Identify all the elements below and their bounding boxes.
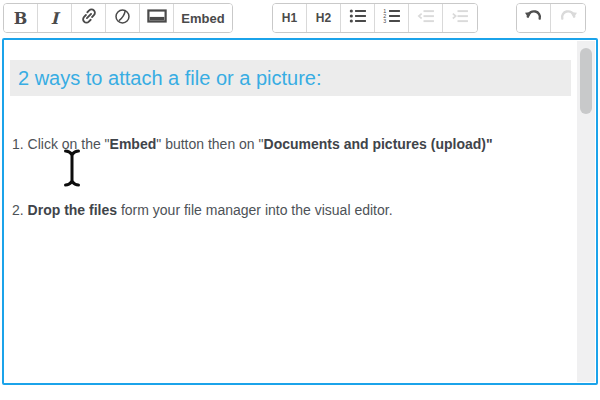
heading1-button[interactable]: H1 bbox=[273, 4, 307, 32]
bold-button[interactable]: B bbox=[4, 4, 38, 32]
indent-icon bbox=[450, 6, 470, 30]
italic-icon: I bbox=[51, 9, 58, 28]
step-1-bold-embed: Embed bbox=[110, 136, 157, 152]
embed-button[interactable]: Embed bbox=[174, 4, 232, 32]
history-button-group bbox=[516, 3, 586, 33]
image-icon bbox=[146, 5, 168, 31]
step-1-pre: 1. Click on the " bbox=[12, 136, 110, 152]
image-button[interactable] bbox=[140, 4, 174, 32]
step-1-bold-docs: Documents and pictures (upload)" bbox=[264, 136, 493, 152]
italic-button[interactable]: I bbox=[38, 4, 72, 32]
step-2-text: 2. Drop the files form your file manager… bbox=[12, 201, 393, 219]
bullet-list-icon bbox=[348, 6, 368, 30]
scrollbar-thumb[interactable] bbox=[580, 48, 592, 114]
link-icon bbox=[79, 6, 99, 30]
step-2-pre: 2. bbox=[12, 202, 28, 218]
bold-icon: B bbox=[14, 9, 28, 28]
circle-slash-button[interactable] bbox=[106, 4, 140, 32]
redo-icon bbox=[557, 5, 579, 31]
heading2-button[interactable]: H2 bbox=[307, 4, 341, 32]
circle-slash-icon bbox=[113, 7, 132, 30]
block-button-group: H1 H2 1 2 3 bbox=[272, 3, 478, 33]
undo-button[interactable] bbox=[517, 4, 551, 32]
text-cursor-icon bbox=[62, 148, 82, 188]
rich-text-editor-app: { "toolbar": { "bold_label": "B", "itali… bbox=[0, 0, 600, 400]
step-1-mid: " button then on " bbox=[156, 136, 263, 152]
outdent-icon bbox=[416, 6, 436, 30]
format-button-group: B I bbox=[3, 3, 233, 33]
numbered-list-button[interactable]: 1 2 3 bbox=[375, 4, 409, 32]
outdent-button[interactable] bbox=[409, 4, 443, 32]
step-2-bold: Drop the files bbox=[28, 202, 117, 218]
editor-heading: 2 ways to attach a file or a picture: bbox=[10, 60, 571, 96]
numbered-list-icon: 1 2 3 bbox=[382, 6, 402, 30]
indent-button[interactable] bbox=[443, 4, 477, 32]
step-1-text: 1. Click on the "Embed" button then on "… bbox=[12, 135, 493, 153]
bullet-list-button[interactable] bbox=[341, 4, 375, 32]
step-2-rest: form your file manager into the visual e… bbox=[117, 202, 392, 218]
undo-icon bbox=[523, 5, 545, 31]
redo-button[interactable] bbox=[551, 4, 585, 32]
visual-editor-area[interactable]: 2 ways to attach a file or a picture: 1.… bbox=[2, 38, 598, 385]
scrollbar-track[interactable] bbox=[577, 41, 595, 382]
svg-text:3: 3 bbox=[383, 18, 386, 24]
link-button[interactable] bbox=[72, 4, 106, 32]
